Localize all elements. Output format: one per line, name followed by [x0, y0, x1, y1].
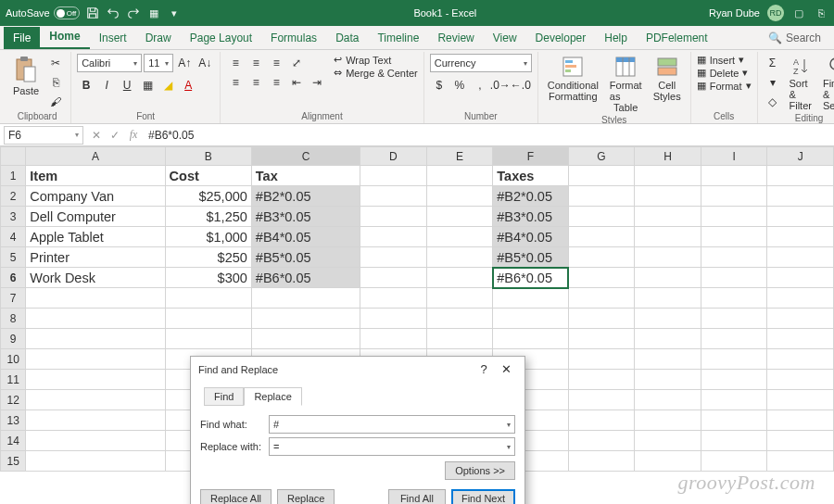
- row-header-13[interactable]: 13: [1, 410, 26, 431]
- cell-H1[interactable]: [635, 166, 701, 186]
- number-format-select[interactable]: Currency: [430, 54, 532, 72]
- cell-H12[interactable]: [635, 390, 701, 410]
- cell-A3[interactable]: Dell Computer: [26, 207, 165, 227]
- format-painter-icon[interactable]: 🖌: [46, 93, 65, 111]
- row-header-6[interactable]: 6: [1, 268, 26, 288]
- clear-icon[interactable]: ◇: [764, 93, 782, 111]
- cell-A12[interactable]: [26, 390, 165, 410]
- cell-B6[interactable]: $300: [165, 268, 251, 288]
- cell-A7[interactable]: [26, 288, 165, 309]
- cell-G10[interactable]: [568, 349, 635, 370]
- tab-developer[interactable]: Developer: [526, 27, 596, 49]
- row-header-5[interactable]: 5: [1, 247, 26, 268]
- cell-A10[interactable]: [26, 349, 165, 370]
- cell-D3[interactable]: [360, 207, 427, 227]
- cell-B4[interactable]: $1,000: [165, 227, 251, 247]
- fx-icon[interactable]: fx: [124, 128, 143, 142]
- tab-home[interactable]: Home: [40, 25, 89, 49]
- cell-H13[interactable]: [635, 410, 701, 431]
- cell-H10[interactable]: [635, 349, 701, 370]
- dialog-close-icon[interactable]: ✕: [495, 362, 517, 376]
- cell-B3[interactable]: $1,250: [165, 207, 251, 227]
- cell-G15[interactable]: [568, 451, 635, 472]
- cell-J14[interactable]: [767, 431, 834, 451]
- cell-D4[interactable]: [360, 227, 427, 247]
- cell-G3[interactable]: [568, 207, 635, 227]
- inc-decimal-icon[interactable]: .0→: [491, 76, 510, 94]
- cell-I4[interactable]: [701, 227, 767, 247]
- cell-A9[interactable]: [26, 329, 165, 349]
- cell-C8[interactable]: [251, 309, 360, 329]
- cell-I5[interactable]: [701, 247, 767, 268]
- cell-A8[interactable]: [26, 309, 165, 329]
- cell-G9[interactable]: [568, 329, 635, 349]
- cell-A11[interactable]: [26, 370, 165, 390]
- cell-I15[interactable]: [701, 451, 767, 472]
- dialog-tab-replace[interactable]: Replace: [244, 387, 301, 406]
- fill-color-icon[interactable]: ◢: [158, 76, 177, 94]
- cell-A1[interactable]: Item: [26, 166, 165, 186]
- find-all-button[interactable]: Find All: [388, 489, 446, 504]
- cell-G13[interactable]: [568, 410, 635, 431]
- cell-H15[interactable]: [635, 451, 701, 472]
- cell-E8[interactable]: [426, 309, 493, 329]
- cell-E3[interactable]: [426, 207, 493, 227]
- find-select-button[interactable]: Find &Select: [819, 54, 834, 113]
- cell-G8[interactable]: [568, 309, 635, 329]
- toggle-off-icon[interactable]: Off: [54, 6, 80, 19]
- cell-E7[interactable]: [426, 288, 493, 309]
- cell-G12[interactable]: [568, 390, 635, 410]
- row-header-4[interactable]: 4: [1, 227, 26, 247]
- align-bot-icon[interactable]: ≡: [267, 54, 285, 72]
- cell-H6[interactable]: [635, 268, 701, 288]
- cell-D9[interactable]: [360, 329, 427, 349]
- cell-G2[interactable]: [568, 186, 635, 207]
- tab-draw[interactable]: Draw: [136, 27, 181, 49]
- delete-cells-button[interactable]: ▦Delete ▾: [697, 67, 752, 79]
- cell-C9[interactable]: [251, 329, 360, 349]
- cell-I3[interactable]: [701, 207, 767, 227]
- cell-J15[interactable]: [767, 451, 834, 472]
- font-name-select[interactable]: Calibri: [77, 54, 142, 72]
- cell-H4[interactable]: [635, 227, 701, 247]
- cell-I13[interactable]: [701, 410, 767, 431]
- user-name[interactable]: Ryan Dube: [709, 7, 760, 19]
- cell-J2[interactable]: [767, 186, 834, 207]
- name-box[interactable]: F6▾: [4, 126, 83, 145]
- bold-icon[interactable]: B: [77, 76, 95, 94]
- cell-G6[interactable]: [568, 268, 635, 288]
- cell-F7[interactable]: [493, 288, 568, 309]
- tab-page-layout[interactable]: Page Layout: [181, 27, 261, 49]
- cell-I6[interactable]: [701, 268, 767, 288]
- align-mid-icon[interactable]: ≡: [246, 54, 265, 72]
- cell-E2[interactable]: [426, 186, 493, 207]
- align-left-icon[interactable]: ≡: [226, 73, 245, 92]
- cell-I14[interactable]: [701, 431, 767, 451]
- col-header-B[interactable]: B: [165, 147, 251, 166]
- row-header-15[interactable]: 15: [1, 451, 26, 472]
- cell-D8[interactable]: [360, 309, 427, 329]
- col-header-A[interactable]: A: [26, 147, 165, 166]
- replace-with-input[interactable]: =▾: [269, 437, 515, 456]
- cell-E6[interactable]: [426, 268, 493, 288]
- align-right-icon[interactable]: ≡: [267, 73, 285, 92]
- shrink-font-icon[interactable]: A↓: [196, 54, 214, 72]
- cell-A6[interactable]: Work Desk: [26, 268, 165, 288]
- save-icon[interactable]: [85, 6, 100, 20]
- tab-review[interactable]: Review: [428, 27, 483, 49]
- col-header-G[interactable]: G: [568, 147, 635, 166]
- cell-C4[interactable]: #B4*0.05: [251, 227, 360, 247]
- dialog-help-icon[interactable]: ?: [473, 362, 495, 376]
- row-header-14[interactable]: 14: [1, 431, 26, 451]
- cell-B2[interactable]: $25,000: [165, 186, 251, 207]
- cell-C5[interactable]: #B5*0.05: [251, 247, 360, 268]
- cut-icon[interactable]: ✂: [46, 54, 65, 72]
- autosave-toggle[interactable]: AutoSave Off: [6, 6, 80, 19]
- sort-filter-button[interactable]: AZ Sort &Filter: [786, 54, 815, 113]
- cell-D6[interactable]: [360, 268, 427, 288]
- wrap-text-button[interactable]: ↩Wrap Text: [334, 54, 418, 66]
- tab-help[interactable]: Help: [595, 27, 637, 49]
- cell-I10[interactable]: [701, 349, 767, 370]
- grow-font-icon[interactable]: A↑: [175, 54, 194, 72]
- cell-B1[interactable]: Cost: [165, 166, 251, 186]
